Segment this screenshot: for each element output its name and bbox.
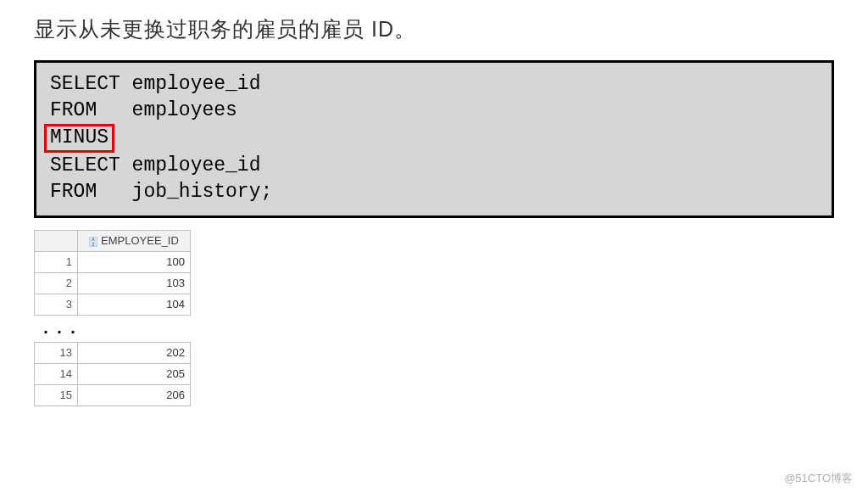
sql-line-4: SELECT employee_id [50, 153, 818, 179]
value-cell: 202 [78, 342, 191, 363]
result-table-bottom: 13 202 14 205 15 206 [34, 342, 191, 406]
svg-text:Z: Z [92, 242, 95, 247]
table-row: 14 205 [35, 363, 191, 384]
rownum-cell: 15 [35, 384, 78, 406]
sql-line-3: MINUS [50, 124, 818, 153]
sql-line-2: FROM employees [50, 98, 818, 124]
rows-ellipsis: ... [41, 319, 834, 339]
rownum-header [35, 230, 78, 251]
rownum-cell: 3 [35, 294, 78, 315]
value-cell: 103 [78, 272, 191, 294]
column-header-employee-id: AZ EMPLOYEE_ID [78, 230, 191, 251]
rownum-cell: 13 [35, 342, 78, 363]
table-row: 3 104 [35, 294, 191, 315]
result-table-top: AZ EMPLOYEE_ID 1 100 2 103 3 104 [34, 230, 191, 316]
value-cell: 100 [78, 251, 191, 272]
value-cell: 206 [78, 384, 191, 406]
rownum-cell: 2 [35, 272, 78, 294]
watermark: @51CTO博客 [784, 471, 853, 486]
value-cell: 104 [78, 294, 191, 315]
rownum-cell: 14 [35, 363, 78, 384]
sort-icon: AZ [89, 237, 97, 247]
value-cell: 205 [78, 363, 191, 384]
question-title: 显示从未更换过职务的雇员的雇员 ID。 [34, 15, 834, 43]
sql-line-5: FROM job_history; [50, 179, 818, 205]
column-header-label: EMPLOYEE_ID [101, 234, 179, 247]
sql-code-block: SELECT employee_id FROM employees MINUS … [34, 60, 834, 218]
minus-keyword-highlight: MINUS [44, 124, 114, 153]
table-row: 15 206 [35, 384, 191, 406]
query-results: AZ EMPLOYEE_ID 1 100 2 103 3 104 ... 13 … [34, 230, 834, 406]
table-row: 2 103 [35, 272, 191, 294]
table-row: 13 202 [35, 342, 191, 363]
table-row: 1 100 [35, 251, 191, 272]
rownum-cell: 1 [35, 251, 78, 272]
sql-line-1: SELECT employee_id [50, 71, 818, 98]
